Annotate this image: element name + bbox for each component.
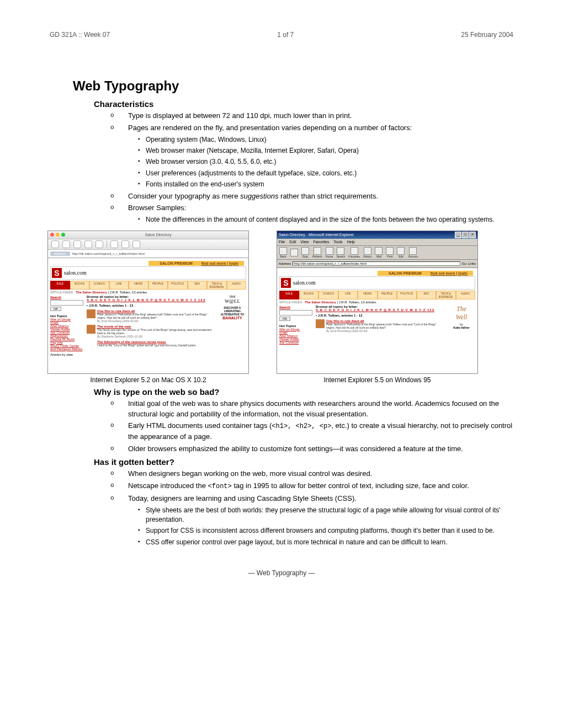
tab[interactable]: LIFE <box>338 291 358 299</box>
alpha-index[interactable]: A B C D E F G H I J K L M N O P Q R S T … <box>316 308 444 312</box>
favorites-icon[interactable]: Favorites <box>348 247 360 258</box>
menu-item[interactable]: Favorites <box>313 240 329 244</box>
list-item: Fonts installed on the end-user's system <box>138 180 513 189</box>
article-byline: By Scott Rosenberg (2002-02-09) <box>97 319 215 323</box>
refresh-icon[interactable] <box>84 240 92 248</box>
print-icon[interactable] <box>121 240 129 248</box>
samples-sublist: Note the differences in the amount of co… <box>138 215 513 224</box>
doc-title: Web Typography <box>73 78 513 94</box>
tab[interactable]: NEWS <box>358 291 378 299</box>
refresh-icon[interactable]: Refresh <box>312 247 322 258</box>
tab[interactable]: SALE <box>279 291 299 299</box>
back-icon[interactable]: Back <box>279 247 287 258</box>
tab[interactable]: AUDIO <box>456 291 476 299</box>
directory-link[interactable]: The Salon Directory <box>76 291 107 294</box>
search-icon[interactable]: Search <box>337 247 346 258</box>
tab[interactable]: TECH & BUSINESS <box>436 291 456 299</box>
zoom-icon[interactable] <box>61 233 65 237</box>
salon-logo-icon: S <box>281 278 291 288</box>
divider <box>107 240 107 248</box>
menu-item[interactable]: Tools <box>333 240 342 244</box>
mail-icon[interactable]: Mail <box>375 247 383 258</box>
search-input[interactable] <box>50 300 83 306</box>
list-item: Web browser maker (Netscape, Mozilla, In… <box>138 146 513 156</box>
css-sublist: Style sheets are the best of both worlds… <box>138 506 513 548</box>
tab[interactable]: SEX <box>188 281 208 290</box>
tab[interactable]: POLITICS <box>168 281 188 290</box>
go-button[interactable]: Go <box>462 262 466 265</box>
search-input[interactable] <box>279 310 312 315</box>
home-icon[interactable] <box>95 240 103 248</box>
menu-item[interactable]: View <box>300 240 309 244</box>
list-item: Operating system (Mac, Windows, Linux) <box>138 135 513 144</box>
ad-byline: byKatie Hafner <box>448 323 475 329</box>
url-field[interactable]: http://dir.salon.com/topics/j_r_r_tolkie… <box>293 261 460 266</box>
tab[interactable]: LIFE <box>109 281 129 290</box>
tab[interactable]: NEWS <box>129 281 148 290</box>
back-icon[interactable] <box>51 240 59 248</box>
hot-link[interactable]: Joe Conason <box>279 341 312 344</box>
autofill-icon[interactable] <box>110 240 118 248</box>
stop-icon[interactable]: Stop <box>301 247 309 258</box>
home-icon[interactable]: Home <box>326 247 333 258</box>
list-item: Web browser version (3.0, 4.0, 5.5, 6.0,… <box>138 157 513 167</box>
discuss-icon[interactable]: Discuss <box>408 247 418 258</box>
article-item: One film to rule them all Peter Jackson'… <box>87 309 215 323</box>
forward-icon[interactable] <box>290 249 298 256</box>
minimize-icon[interactable]: _ <box>455 232 461 238</box>
tab[interactable]: AUDIO <box>227 281 247 290</box>
close-icon[interactable]: × <box>469 232 476 238</box>
by-date[interactable]: Articles by date <box>50 353 83 356</box>
menu-item[interactable]: File <box>279 240 285 244</box>
browser-window-mac: Salon Directory Address: http://dir.salo… <box>47 231 249 374</box>
browser-window-win: Salon Directory - Microsoft Internet Exp… <box>277 231 478 374</box>
ok-button[interactable]: OK <box>279 317 290 321</box>
tab[interactable]: TECH & BUSINESS <box>207 281 227 290</box>
alpha-index[interactable]: A B C D E F G H I J K L M N O P Q R S T … <box>87 298 215 302</box>
article-byline: By Stephanie Zacharek (2001-12-18) <box>97 335 215 338</box>
menu-bar: File Edit View Favorites Tools Help <box>277 239 477 246</box>
stop-icon[interactable] <box>73 240 81 248</box>
print-icon[interactable]: Print <box>386 247 394 258</box>
close-icon[interactable] <box>50 233 54 237</box>
ok-button[interactable]: OK <box>50 307 61 311</box>
premium-badge[interactable]: SALON PREMIUM find out more | login <box>378 271 473 276</box>
search-label: Search <box>50 296 61 299</box>
tab[interactable]: PEOPLE <box>148 281 168 290</box>
right-column: TheWell byKatie Hafner <box>448 305 475 344</box>
screenshot-win: Salon Directory - Microsoft Internet Exp… <box>277 231 478 384</box>
tab[interactable]: BOOKS <box>70 281 90 290</box>
tab[interactable]: SEX <box>417 291 437 299</box>
directory-link[interactable]: The Salon Directory <box>305 301 336 304</box>
article-item: The movie of the year The heroic and epi… <box>87 325 215 338</box>
list-item-text: Today, designers are learning and using … <box>128 494 357 502</box>
tab[interactable]: BOOKS <box>299 291 319 299</box>
list-item: Initial goal of the web was to share phy… <box>110 399 513 420</box>
tab[interactable]: PEOPLE <box>378 291 397 299</box>
header-left: GD 321A :: Week 07 <box>50 31 110 39</box>
tab[interactable]: COMICS <box>318 291 338 299</box>
tab[interactable]: COMICS <box>89 281 109 290</box>
left-column: Search OK Hot Topics War on Drugs Israel… <box>50 295 83 356</box>
maximize-icon[interactable]: □ <box>462 232 469 238</box>
minimize-icon[interactable] <box>56 233 60 237</box>
menu-item[interactable]: Help <box>347 240 355 244</box>
tab[interactable]: SALE <box>50 281 70 290</box>
hot-link[interactable]: World Trade Center and Pentagon Attacks <box>50 344 83 351</box>
edit-icon[interactable]: Edit <box>397 247 405 258</box>
links-button[interactable]: Links <box>468 262 476 265</box>
menu-item[interactable]: Edit <box>289 240 296 244</box>
text: Netscape introduced the <box>128 481 208 490</box>
mail-icon[interactable] <box>132 240 140 248</box>
address-label: Address <box>279 262 291 265</box>
history-icon[interactable]: History <box>363 247 372 258</box>
text: rather than strict requirements. <box>278 192 378 200</box>
mid-column: Browse all topics by letter: A B C D E F… <box>87 295 215 356</box>
forward-icon[interactable] <box>62 240 70 248</box>
brand-row: S salon.com <box>279 276 475 290</box>
tab[interactable]: POLITICS <box>397 291 417 299</box>
finder-row: ARTICLE FINDER The Salon Directory | J.R… <box>50 290 246 295</box>
list-item-text: Pages are rendered on the fly, and prese… <box>128 124 412 132</box>
url-field[interactable]: http://dir.salon.com/topics/j_r_r_tolkie… <box>72 252 145 255</box>
premium-badge[interactable]: SALON PREMIUM find out more | login <box>148 261 244 266</box>
